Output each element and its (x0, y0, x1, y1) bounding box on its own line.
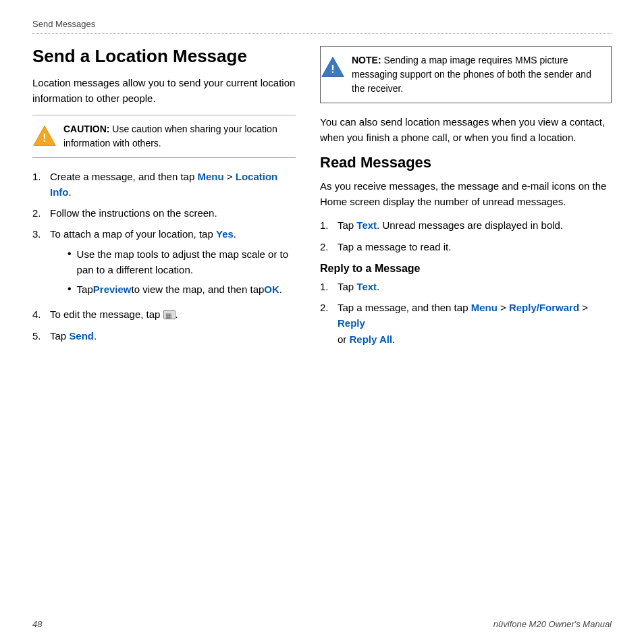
ok-link: OK (264, 281, 279, 297)
step-1: 1. Create a message, and then tap Menu >… (32, 169, 296, 200)
footer: 48 nüvifone M20 Owner's Manual (32, 619, 612, 629)
reply-link: Reply (338, 317, 365, 329)
note-text: NOTE: Sending a map image requires MMS p… (352, 53, 603, 96)
reply-steps-list: 1. Tap Text. 2. Tap a message, and then … (320, 279, 612, 347)
steps-list: 1. Create a message, and then tap Menu >… (32, 169, 296, 344)
note-box: ! NOTE: Sending a map image requires MMS… (320, 46, 612, 103)
main-columns: Send a Location Message Location message… (32, 46, 612, 355)
reply-step-2: 2. Tap a message, and then tap Menu > Re… (320, 300, 612, 347)
caution-text: CAUTION: Use caution when sharing your l… (63, 122, 289, 151)
step-2: 2. Follow the instructions on the screen… (32, 205, 296, 221)
right-column: ! NOTE: Sending a map image requires MMS… (320, 46, 612, 355)
caution-box: ! CAUTION: Use caution when sharing your… (32, 115, 296, 158)
left-column: Send a Location Message Location message… (32, 46, 296, 355)
svg-text:!: ! (331, 63, 334, 75)
location-info-link: Location Info (50, 171, 277, 198)
reply-subheading: Reply to a Message (320, 263, 612, 275)
text-link-1: Text (356, 219, 377, 231)
step-4: 4. To edit the message, tap . (32, 306, 296, 322)
reply-forward-link: Reply/Forward (509, 302, 579, 313)
page-number: 48 (32, 619, 42, 629)
bullet-1: Use the map tools to adjust the map scal… (68, 246, 296, 278)
read-step-1: 1. Tap Text. Unread messages are display… (320, 217, 612, 233)
left-section-title: Send a Location Message (32, 46, 296, 67)
note-icon: ! (321, 55, 345, 79)
bullet-2: Tap Preview to view the map, and then ta… (68, 281, 296, 297)
yes-link: Yes (216, 228, 234, 240)
manual-title: nüvifone M20 Owner's Manual (493, 619, 612, 629)
step-3: 3. To attach a map of your location, tap… (32, 226, 296, 301)
text-link-2: Text (356, 281, 377, 292)
read-messages-title: Read Messages (320, 154, 612, 171)
reply-step-1: 1. Tap Text. (320, 279, 612, 294)
left-intro: Location messages allow you to send your… (32, 75, 296, 107)
caution-icon: ! (32, 124, 57, 148)
menu-link-2: Menu (471, 302, 498, 313)
keyboard-icon (163, 310, 176, 319)
breadcrumb: Send Messages (32, 19, 612, 34)
page: Send Messages Send a Location Message Lo… (0, 0, 644, 644)
read-messages-intro: As you receive messages, the message and… (320, 178, 612, 210)
send-link: Send (69, 330, 94, 342)
sub-bullets: Use the map tools to adjust the map scal… (68, 246, 296, 298)
read-step-2: 2. Tap a message to read it. (320, 239, 612, 254)
read-steps-list: 1. Tap Text. Unread messages are display… (320, 217, 612, 254)
menu-link-1: Menu (197, 171, 223, 182)
step-5: 5. Tap Send. (32, 328, 296, 344)
reply-all-link: Reply All (350, 333, 393, 345)
right-extra-text: You can also send location messages when… (320, 114, 612, 146)
preview-link: Preview (93, 281, 132, 297)
svg-text:!: ! (43, 132, 46, 144)
